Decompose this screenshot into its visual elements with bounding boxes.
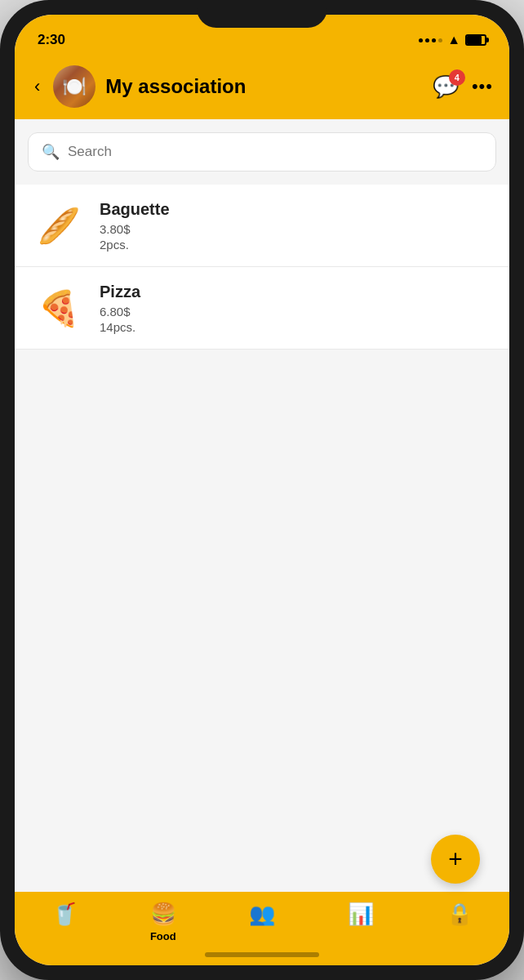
item-qty: 2pcs.	[100, 238, 493, 252]
search-container: 🔍	[15, 119, 509, 178]
search-icon: 🔍	[42, 143, 60, 161]
search-input[interactable]	[68, 144, 482, 160]
drinks-icon: 🥤	[51, 902, 78, 927]
page-title: My association	[105, 75, 423, 98]
item-info-pizza: Pizza 6.80$ 14pcs.	[100, 283, 493, 334]
home-bar	[205, 952, 319, 957]
status-time: 2:30	[38, 32, 65, 48]
signal-icon	[419, 38, 442, 42]
battery-icon	[465, 34, 486, 46]
back-button[interactable]: ‹	[31, 73, 43, 100]
nav-item-people[interactable]: 👥	[238, 902, 286, 927]
notifications-button[interactable]: 💬 4	[433, 74, 459, 100]
nav-label-food: Food	[150, 930, 176, 942]
nav-item-food[interactable]: 🍔 Food	[139, 902, 188, 942]
item-price: 3.80$	[100, 222, 493, 236]
item-info-baguette: Baguette 3.80$ 2pcs.	[100, 200, 493, 252]
stats-icon: 📊	[348, 902, 374, 927]
avatar: 🍽️	[53, 65, 95, 108]
wifi-icon: ▲	[447, 33, 460, 47]
item-image-pizza: 🍕	[31, 280, 87, 336]
header: ‹ 🍽️ My association 💬 4 •••	[15, 57, 509, 119]
food-icon: 🍔	[150, 902, 176, 927]
nav-item-stats[interactable]: 📊	[336, 902, 385, 927]
add-button[interactable]: +	[431, 835, 480, 884]
more-button[interactable]: •••	[472, 76, 493, 97]
nav-item-drinks[interactable]: 🥤	[40, 902, 89, 927]
main-content: 🔍 🥖 Baguette 3.80$ 2pcs. 🍕	[15, 119, 509, 892]
item-name: Baguette	[100, 200, 493, 219]
nav-item-settings[interactable]: 🔒	[435, 902, 484, 927]
table-row[interactable]: 🥖 Baguette 3.80$ 2pcs.	[15, 185, 509, 267]
item-name: Pizza	[100, 283, 493, 301]
item-price: 6.80$	[100, 305, 493, 318]
item-qty: 14pcs.	[100, 320, 493, 334]
settings-icon: 🔒	[446, 902, 473, 927]
notification-badge: 4	[449, 69, 465, 86]
search-bar[interactable]: 🔍	[28, 132, 496, 172]
people-icon: 👥	[249, 902, 275, 927]
table-row[interactable]: 🍕 Pizza 6.80$ 14pcs.	[15, 267, 509, 350]
status-icons: ▲	[419, 33, 486, 47]
header-actions: 💬 4 •••	[433, 74, 493, 100]
item-image-baguette: 🥖	[31, 198, 87, 253]
items-list: 🥖 Baguette 3.80$ 2pcs. 🍕 Pizza 6.80$ 14p…	[15, 185, 509, 350]
